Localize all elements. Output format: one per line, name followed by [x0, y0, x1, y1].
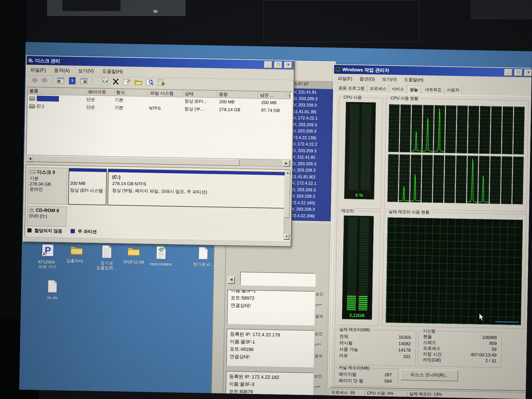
menu-view[interactable]: 보기(V) — [78, 68, 94, 74]
close-button[interactable]: × — [284, 62, 292, 69]
desktop-icon-root-context[interactable]: <> root-context — [145, 245, 178, 267]
disk0-name: 디스크 0 — [37, 169, 55, 175]
side-label-result: 결과 — [314, 354, 322, 359]
refresh-icon[interactable] — [101, 78, 109, 85]
volume-icon — [29, 96, 35, 100]
memory-history-group: 실제 메모리 사용 현황 — [382, 211, 527, 329]
help-icon[interactable]: ? — [68, 77, 76, 85]
console-tree-icon[interactable] — [57, 77, 65, 85]
back-icon[interactable] — [30, 76, 39, 84]
panes-icon[interactable] — [80, 77, 88, 85]
tab-performance[interactable]: 성능 — [407, 85, 421, 94]
minimize-button[interactable]: _ — [264, 61, 272, 68]
cell-capacity: 200 MB — [218, 98, 260, 106]
menu-action[interactable]: 동작(A) — [54, 67, 70, 74]
close-button[interactable]: × — [524, 69, 532, 76]
task-manager-window: Windows 작업 관리자 _ □ × 파일(F) 옵션(O) 보기(V) 도… — [328, 64, 532, 399]
side-label-code: <!** — [315, 303, 322, 307]
cell-status: 정상 (EFI... — [183, 97, 218, 105]
column-capacity[interactable]: 용량 — [217, 91, 258, 99]
stat-value: 407:00:13:49 — [470, 352, 497, 359]
tab-applications[interactable]: 응용 프로그램 — [336, 84, 367, 93]
status-physical-memory: 실제 메모리: 13% — [407, 390, 526, 399]
desktop-icon-spreadsheet-doc[interactable]: 정기권 입출입현... — [91, 244, 122, 270]
console-line: 72.4.22.139( — [292, 134, 333, 141]
cpu-core-history-cell — [478, 156, 490, 204]
column-layout[interactable]: 레이아웃 — [87, 89, 115, 96]
menu-help[interactable]: 도움말(H) — [404, 77, 424, 83]
open-folder-icon[interactable] — [134, 78, 143, 86]
partition-efi[interactable]: 200 MB 정상 (EFI 시스템 파티션 — [68, 168, 107, 205]
maximize-button[interactable]: □ — [274, 61, 282, 68]
menu-view[interactable]: 보기(V) — [382, 76, 397, 83]
tab-services[interactable]: 서비스 — [389, 85, 407, 93]
column-volume[interactable]: 볼륨 — [28, 88, 87, 96]
console-line: D, 203.209.3 — [293, 95, 334, 102]
cpu-core-history-cell — [387, 154, 399, 202]
maximize-button[interactable]: □ — [514, 69, 522, 76]
properties-icon[interactable] — [122, 78, 131, 86]
stat-value: 2 / 31 — [485, 358, 496, 364]
cell-capacity: 278.14 GB — [217, 106, 259, 114]
mouse-cursor — [479, 313, 486, 321]
menu-file[interactable]: 파일(F) — [338, 76, 352, 82]
scroll-down-button[interactable]: ▼ — [284, 234, 289, 240]
column-free[interactable]: 남은 ... — [258, 92, 287, 99]
column-percent[interactable]: 남는 — [287, 92, 291, 99]
toolbar-separator — [91, 77, 93, 85]
status-cpu-usage: CPU 사용: 0% — [364, 389, 406, 397]
forward-icon[interactable] — [41, 77, 49, 84]
desktop-icon-ats2004[interactable]: P ATS2004 - 바로 가기 — [32, 243, 63, 269]
console-line: V, 172.4.22.1 — [292, 114, 333, 122]
cell-status: 정상 (부... — [183, 105, 218, 113]
desktop-icon-ss-xls[interactable]: ss.xls — [37, 279, 68, 300]
search-icon[interactable] — [146, 78, 154, 86]
disk0-size: 278.34 GB — [30, 181, 65, 187]
tab-processes[interactable]: 프로세스 — [367, 85, 389, 93]
scrollbar-thumb[interactable] — [284, 175, 291, 218]
scroll-left-button[interactable]: ◀ — [26, 155, 34, 162]
partition-status: 정상 (부팅, 페이지 파일, 크래시 덤프, 주 파티션) — [112, 188, 282, 196]
settings-icon[interactable] — [157, 78, 165, 86]
desktop-icon-folder1[interactable]: 입출차데... — [63, 244, 91, 264]
console-line: D, 203.209.3 — [291, 186, 332, 193]
console-line: V, 203.209.3 — [290, 206, 331, 213]
cdrom-label-box[interactable]: CD-ROM 0 DVD (D:) — [27, 206, 66, 227]
volume-icon — [29, 104, 35, 108]
delete-icon[interactable] — [112, 78, 119, 85]
minimize-button[interactable]: _ — [504, 69, 512, 76]
console-line: D, 203.209.3 — [292, 121, 333, 128]
column-status[interactable]: 상태 — [183, 90, 217, 98]
stat-value: 59 — [492, 347, 497, 353]
scroll-right-button[interactable]: ▶ — [283, 160, 290, 167]
document-icon — [198, 246, 208, 260]
resource-monitor-button[interactable]: 리소스 모니터(R)... — [400, 369, 458, 382]
partition-c[interactable]: (C:) 278.14 GB NTFS 정상 (부팅, 페이지 파일, 크래시 … — [108, 169, 287, 209]
cpu-gauge-column — [349, 104, 360, 190]
scroll-left-button[interactable]: ◀ — [227, 277, 235, 284]
stat-value: 101 — [403, 354, 411, 360]
stat-value: 564 — [384, 378, 392, 384]
stat-label: 사용 가능 — [339, 346, 358, 352]
vertical-scrollbar[interactable]: ▲ ▼ — [283, 170, 290, 240]
menu-help[interactable]: 도움말(H) — [102, 68, 123, 75]
desktop-icon-label: ss.xls — [37, 295, 67, 300]
column-filesystem[interactable]: 파일 시스템 — [149, 90, 183, 97]
volume-name: (C:) — [37, 104, 44, 109]
cpu-core-history-cell — [444, 155, 456, 203]
cpu-core-history-cell — [388, 104, 400, 152]
tab-networking[interactable]: 네트워킹 — [422, 86, 444, 94]
console-line: V, 211.41.81 — [293, 88, 334, 96]
cpu-core-history-cell — [421, 155, 433, 203]
tab-users[interactable]: 사용자 — [444, 86, 462, 94]
connection-window: ◀ 이름:몰3F-1 포트:58972 연결상태! 승인 <!** 결과 등록된… — [211, 221, 331, 395]
memory-gauge-lit-segments — [347, 296, 356, 310]
menu-file[interactable]: 파일(F) — [30, 67, 46, 73]
legend-primary-label: 주 파티션 — [78, 229, 97, 234]
column-type[interactable]: 형식 — [114, 89, 149, 96]
menu-options[interactable]: 옵션(O) — [359, 76, 375, 82]
connection-box: 등록된 IP: 172.4.22.182 이름:몰3F-3 포트:60879 연… — [226, 371, 313, 396]
desktop-icon-folder2[interactable]: 2018-11-08 — [119, 245, 149, 265]
cell-type: 기본 — [113, 96, 148, 104]
disk0-label-box[interactable]: 디스크 0 기본 278.34 GB 온라인 — [27, 167, 67, 205]
